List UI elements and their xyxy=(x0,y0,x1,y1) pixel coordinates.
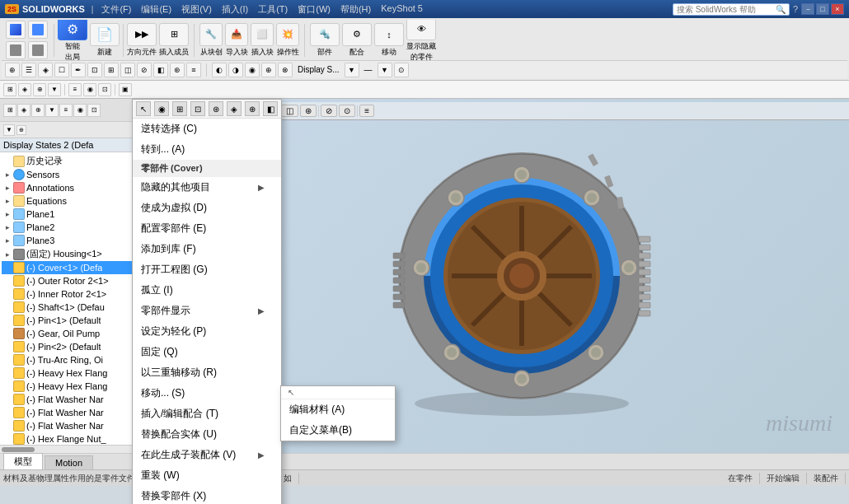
tree-item[interactable]: (-) Pin<1> (Default xyxy=(2,314,142,327)
pt-btn-1[interactable]: ⊞ xyxy=(3,83,16,96)
tree-item[interactable]: (-) Inner Rotor 2<1> xyxy=(2,287,142,301)
ctx-triad-move[interactable]: 以三重轴移动 (R) xyxy=(133,362,281,383)
panel-ctrl-4[interactable]: ▼ xyxy=(45,104,59,117)
tool-new-part[interactable]: 📄 新建 xyxy=(90,23,120,58)
minimize-button[interactable]: － xyxy=(801,3,814,15)
menu-edit[interactable]: 编辑(E) xyxy=(136,3,176,16)
view-btn-3[interactable]: ◉ xyxy=(245,63,260,77)
tree-item[interactable]: ▸Plane2 xyxy=(2,221,142,234)
small-btn-10[interactable]: ◧ xyxy=(153,63,168,77)
ctx-tool-6[interactable]: ◈ xyxy=(227,101,242,116)
ctx-config-comp[interactable]: 配置零部件 (E) xyxy=(133,218,281,239)
ctx-tool-1[interactable]: ↖ xyxy=(136,101,151,116)
filter-toggle[interactable]: ▼ xyxy=(3,124,15,136)
panel-ctrl-5[interactable]: ≡ xyxy=(59,104,73,117)
view-btn-8[interactable]: ⊙ xyxy=(394,63,409,77)
hscroll-thumb[interactable] xyxy=(2,447,35,452)
tree-item[interactable]: (-) Heavy Hex Flang xyxy=(2,366,142,380)
vp-display-state[interactable]: ≡ xyxy=(359,105,374,117)
small-btn-4[interactable]: ☐ xyxy=(54,63,69,77)
tree-item[interactable]: (-) Hex Flange Nut_ xyxy=(2,432,142,445)
tool-btn-4[interactable] xyxy=(28,41,48,59)
tool-direction[interactable]: ▶▶ 方向元件 xyxy=(127,23,157,58)
pt-btn-6[interactable]: ◉ xyxy=(83,83,96,96)
pt-btn-2[interactable]: ◈ xyxy=(18,83,31,96)
small-btn-7[interactable]: ⊞ xyxy=(104,63,119,77)
small-btn-2[interactable]: ☰ xyxy=(21,63,36,77)
tree-item[interactable]: (-) Gear, Oil Pump xyxy=(2,327,142,340)
ctx-open-drawing[interactable]: 打开工程图 (G) xyxy=(133,259,281,280)
ctx-reload[interactable]: 重装 (W) xyxy=(133,465,281,486)
ctx-tool-5[interactable]: ⊛ xyxy=(209,101,223,116)
ctx-tool-2[interactable]: ◉ xyxy=(154,101,169,116)
view-btn-4[interactable]: ⊕ xyxy=(261,63,276,77)
pt-btn-5[interactable]: ≡ xyxy=(68,83,82,96)
small-btn-6[interactable]: ⊡ xyxy=(87,63,102,77)
search-input[interactable] xyxy=(677,5,776,14)
small-btn-12[interactable]: ≡ xyxy=(186,63,201,77)
ctx-tool-3[interactable]: ⊞ xyxy=(172,101,187,116)
maximize-button[interactable]: □ xyxy=(816,3,829,15)
tool-move[interactable]: ↕ 移动 xyxy=(374,23,404,58)
ctx-tool-8[interactable]: ◧ xyxy=(263,101,278,116)
view-btn-6[interactable]: ▼ xyxy=(345,63,359,77)
tree-item[interactable]: (-) Tru-Arc Ring, Oi xyxy=(2,353,142,366)
panel-ctrl-6[interactable]: ◉ xyxy=(73,104,87,117)
tab-model[interactable]: 模型 xyxy=(3,453,43,469)
small-btn-5[interactable]: ✒ xyxy=(71,63,86,77)
ctx-replace-comp[interactable]: 替换零部件 (X) xyxy=(133,486,281,504)
menu-keyshot[interactable]: KeyShot 5 xyxy=(376,3,428,16)
menu-insert[interactable]: 插入(I) xyxy=(217,3,253,16)
view-btn-2[interactable]: ◑ xyxy=(228,63,243,77)
tab-motion[interactable]: Motion xyxy=(45,455,93,469)
ctx-fix[interactable]: 固定 (Q) xyxy=(133,342,281,362)
ctx-move[interactable]: 移动... (S) xyxy=(133,383,281,404)
tool-btn-3[interactable] xyxy=(6,41,26,59)
tree-item[interactable]: ▸(固定) Housing<1> xyxy=(2,247,142,261)
tool-insert[interactable]: ⊞ 插入成员 xyxy=(159,23,189,58)
tree-item[interactable]: ▸Plane3 xyxy=(2,234,142,247)
help-icon[interactable]: ? xyxy=(793,4,798,14)
small-btn-3[interactable]: ◈ xyxy=(38,63,53,77)
menu-help[interactable]: 帮助(H) xyxy=(335,3,376,16)
panel-ctrl-7[interactable]: ⊡ xyxy=(87,104,101,117)
tool-explode[interactable]: 💥 操作性 xyxy=(276,23,299,58)
panel-ctrl-2[interactable]: ◈ xyxy=(17,104,30,117)
ctx-isolate[interactable]: 孤立 (I) xyxy=(133,280,281,301)
ctx-replace-mate[interactable]: 替换配合实体 (U) xyxy=(133,424,281,445)
ctx-make-virtual[interactable]: 使成为虚拟 (D) xyxy=(133,198,281,218)
tool-show[interactable]: 👁 显示隐藏的零件 xyxy=(406,20,436,63)
ctx-select[interactable]: 逆转选择 (C) xyxy=(133,119,281,139)
tool-smart-mate[interactable]: ⚙ 智能出局 xyxy=(58,20,87,63)
pt-btn-8[interactable]: ▣ xyxy=(119,83,132,96)
tool-fit[interactable]: ⚙ 配合 xyxy=(342,23,372,58)
ctx-tool-7[interactable]: ⊕ xyxy=(245,101,260,116)
small-btn-9[interactable]: ⊘ xyxy=(137,63,152,77)
small-btn-8[interactable]: ◫ xyxy=(120,63,135,77)
pt-btn-4[interactable]: ▼ xyxy=(48,83,61,96)
tree-item[interactable]: ▸Annotations xyxy=(2,181,142,194)
tree-item[interactable]: (-) Outer Rotor 2<1> xyxy=(2,274,142,287)
tree-item[interactable]: (-) Cover<1> (Defa xyxy=(2,261,142,274)
ctx-add-library[interactable]: 添加到库 (F) xyxy=(133,239,281,259)
tree-item[interactable]: ▸Plane1 xyxy=(2,208,142,221)
tree-item[interactable]: (-) Flat Washer Nar xyxy=(2,393,142,406)
ctx-comp-display[interactable]: 零部件显示 ▶ xyxy=(133,301,281,321)
tree-item[interactable]: (-) Flat Washer Nar xyxy=(2,419,142,432)
search-icon[interactable]: 🔍 xyxy=(776,5,786,14)
small-btn-1[interactable]: ⊕ xyxy=(5,63,20,77)
menu-tools[interactable]: 工具(T) xyxy=(253,3,293,16)
tool-btn-1[interactable] xyxy=(6,21,26,39)
vp-sections[interactable]: ◫ xyxy=(281,105,298,117)
tool-part[interactable]: 🔩 部件 xyxy=(310,23,340,58)
vp-more[interactable]: ⊘ xyxy=(321,105,337,117)
close-button[interactable]: × xyxy=(831,3,844,15)
panel-ctrl-3[interactable]: ⊕ xyxy=(31,104,45,117)
vp-options[interactable]: ⊙ xyxy=(339,105,355,117)
ctx-make-subasm[interactable]: 在此生成子装配体 (V) ▶ xyxy=(133,445,281,465)
tree-item[interactable]: (-) Shaft<1> (Defau xyxy=(2,301,142,314)
tree-item[interactable]: (-) Heavy Hex Flang xyxy=(2,380,142,393)
menu-view[interactable]: 视图(V) xyxy=(176,3,217,16)
view-btn-7[interactable]: ▼ xyxy=(378,63,392,77)
filter-btn[interactable]: ⊕ xyxy=(16,125,26,135)
